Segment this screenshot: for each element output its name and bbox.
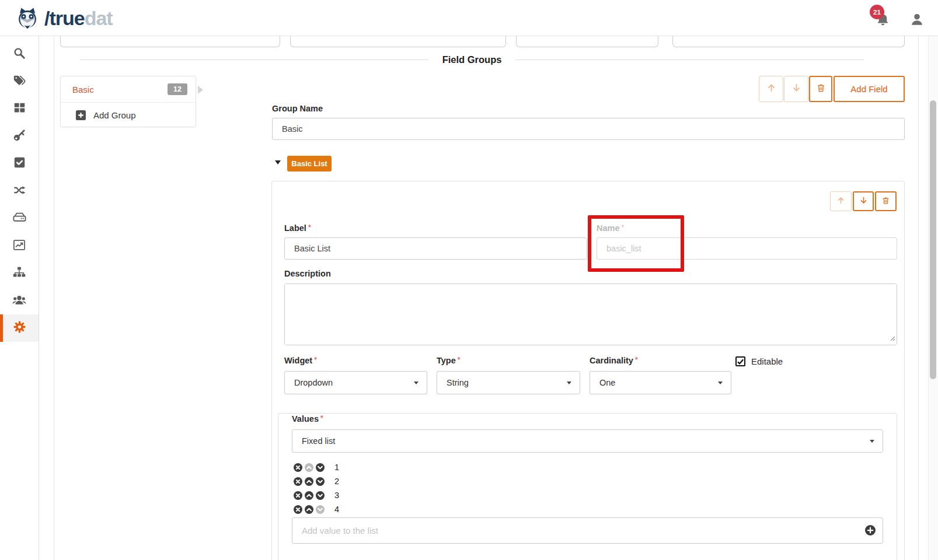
notification-count-badge: 21 xyxy=(870,5,884,19)
page-title: Field Groups xyxy=(442,54,502,65)
type-select[interactable]: String xyxy=(437,371,580,394)
value-label: 1 xyxy=(334,463,339,472)
editable-checkbox[interactable]: Editable xyxy=(735,356,783,366)
add-field-label: Add Field xyxy=(850,84,887,94)
description-textarea[interactable] xyxy=(285,284,897,345)
move-value-down-icon[interactable] xyxy=(316,491,325,500)
delete-group-button[interactable] xyxy=(809,76,832,102)
arrow-down-icon xyxy=(791,83,801,95)
add-group-button[interactable]: Add Group xyxy=(61,102,196,127)
required-asterisk: * xyxy=(314,356,317,364)
checkbox-checked-icon xyxy=(735,356,745,366)
widget-field-label: Widget* xyxy=(284,356,317,365)
shuffle-icon xyxy=(13,184,26,199)
plus-square-icon xyxy=(76,110,86,120)
section-divider: Field Groups xyxy=(80,54,864,65)
group-item-basic[interactable]: Basic 12 xyxy=(61,76,196,102)
remove-value-icon[interactable] xyxy=(294,505,302,514)
add-value-input[interactable] xyxy=(292,517,883,544)
required-asterisk: * xyxy=(458,356,461,364)
move-value-up-icon[interactable] xyxy=(305,477,313,486)
editable-label: Editable xyxy=(751,356,783,366)
required-asterisk: * xyxy=(622,223,625,232)
required-asterisk: * xyxy=(635,356,638,364)
values-source-value: Fixed list xyxy=(302,436,335,446)
move-group-up-button[interactable] xyxy=(759,76,783,102)
move-value-down-icon xyxy=(316,505,325,514)
chevron-down-icon xyxy=(870,440,874,443)
add-group-label: Add Group xyxy=(93,110,136,120)
resize-handle[interactable] xyxy=(890,333,895,344)
value-row-1: 1 xyxy=(294,460,339,474)
widget-select[interactable]: Dropdown xyxy=(284,371,427,394)
label-input[interactable] xyxy=(284,237,587,260)
sidebar-item-settings[interactable] xyxy=(0,314,39,342)
sidebar-nav xyxy=(0,36,39,560)
type-select-value: String xyxy=(447,378,469,387)
user-icon[interactable] xyxy=(909,12,925,29)
plus-circle-icon[interactable] xyxy=(865,525,876,536)
sitemap-icon xyxy=(13,266,26,281)
collapse-caret-icon[interactable] xyxy=(275,160,281,164)
move-value-down-icon[interactable] xyxy=(316,477,325,486)
chevron-down-icon xyxy=(414,382,419,384)
sidebar-item-modules[interactable] xyxy=(0,95,39,123)
tags-icon xyxy=(13,74,26,89)
group-name-input[interactable] xyxy=(272,118,905,140)
field-groups-panel: Basic 12 Add Group xyxy=(60,76,196,127)
trash-icon xyxy=(816,83,826,95)
widget-select-value: Dropdown xyxy=(294,378,333,387)
description-field-label: Description xyxy=(284,269,331,278)
sidebar-item-search[interactable] xyxy=(0,40,39,68)
move-value-up-icon[interactable] xyxy=(305,491,313,500)
value-label: 3 xyxy=(334,491,339,500)
remove-value-icon[interactable] xyxy=(294,491,302,500)
group-name-label: Basic xyxy=(72,85,94,94)
move-value-up-icon xyxy=(305,463,313,472)
remove-value-icon[interactable] xyxy=(294,463,302,472)
arrow-down-icon xyxy=(859,196,868,207)
arrow-up-icon xyxy=(766,83,776,95)
name-field-label: Name* xyxy=(597,223,624,233)
cardinality-select[interactable]: One xyxy=(590,371,731,394)
values-source-select[interactable]: Fixed list xyxy=(292,429,883,453)
group-name-field-label: Group Name xyxy=(272,104,323,113)
value-label: 2 xyxy=(334,477,339,486)
sidebar-item-permissions[interactable] xyxy=(0,123,39,150)
brand-logo[interactable]: /truedat xyxy=(15,6,113,30)
move-group-down-button[interactable] xyxy=(784,76,808,102)
sidebar-item-connections[interactable] xyxy=(0,177,39,205)
check-square-icon xyxy=(13,156,26,171)
gear-icon xyxy=(13,320,26,336)
sidebar-item-analytics[interactable] xyxy=(0,232,39,260)
sidebar-item-storage[interactable] xyxy=(0,205,39,232)
description-textarea-wrap xyxy=(284,284,897,345)
search-icon xyxy=(13,47,26,62)
required-asterisk: * xyxy=(308,223,311,232)
cardinality-field-label: Cardinality* xyxy=(590,356,638,365)
add-field-button[interactable]: Add Field xyxy=(834,76,905,102)
users-icon xyxy=(12,293,26,309)
move-field-down-button[interactable] xyxy=(853,191,874,211)
sidebar-item-users[interactable] xyxy=(0,287,39,314)
chevron-right-icon xyxy=(198,86,203,94)
name-input[interactable] xyxy=(597,237,897,260)
sidebar-item-tasks[interactable] xyxy=(0,150,39,177)
sidebar-item-hierarchy[interactable] xyxy=(0,260,39,287)
remove-value-icon[interactable] xyxy=(294,477,302,486)
sidebar-item-tags[interactable] xyxy=(0,68,39,95)
values-field-label: Values* xyxy=(292,414,323,424)
value-label: 4 xyxy=(334,505,339,514)
group-count-badge: 12 xyxy=(168,83,187,95)
cardinality-select-value: One xyxy=(599,378,615,387)
hard-drive-icon xyxy=(13,211,26,226)
delete-field-button[interactable] xyxy=(875,191,897,211)
field-tag-basic-list[interactable]: Basic List xyxy=(287,156,332,172)
value-row-4: 4 xyxy=(294,502,339,516)
app-header: /truedat 21 xyxy=(0,0,938,36)
move-value-down-icon[interactable] xyxy=(316,463,325,472)
content-left-border xyxy=(54,36,54,560)
scrollbar-thumb[interactable] xyxy=(930,100,936,379)
move-field-up-button[interactable] xyxy=(830,191,852,211)
move-value-up-icon[interactable] xyxy=(305,505,313,514)
